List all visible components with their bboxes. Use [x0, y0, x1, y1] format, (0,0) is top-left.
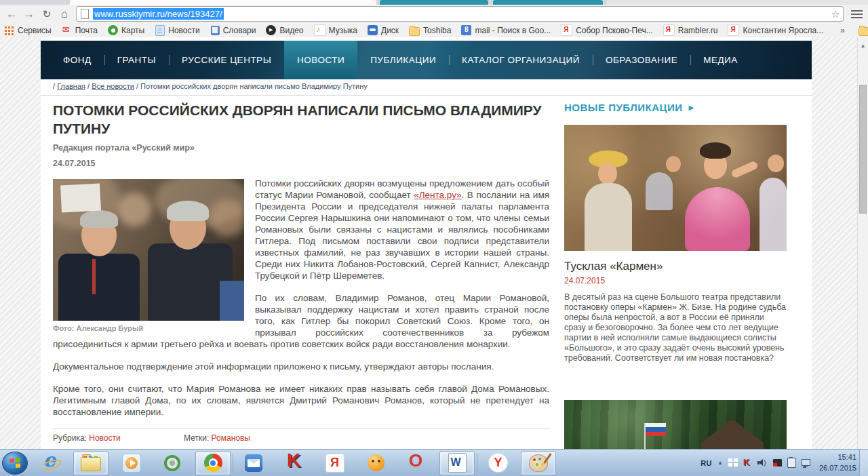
tray-flag-icon[interactable]: [728, 458, 738, 467]
bookmark-item[interactable]: Видео: [266, 25, 303, 35]
breadcrumb-home-link[interactable]: Главная: [57, 82, 85, 90]
address-bar[interactable]: www.russkiymir.ru/news/193427/ ☆: [76, 6, 844, 22]
opera-icon: [408, 454, 425, 473]
show-desktop-button[interactable]: [859, 450, 868, 476]
lenta-link[interactable]: «Лента.ру»: [414, 190, 461, 200]
bookmark-item[interactable]: Собор Псково-Печ...: [561, 24, 653, 36]
browser-toolbar: ← → ↻ ⌂ www.russkiymir.ru/news/193427/ ☆: [0, 5, 868, 23]
article-paragraph: Документальное подтверждение этой информ…: [53, 361, 549, 372]
nav-item[interactable]: КАТАЛОГ ОРГАНИЗАЦИЙ: [449, 41, 593, 79]
mail-icon: [62, 25, 72, 35]
scrollbar-thumb[interactable]: [859, 85, 867, 214]
nav-item[interactable]: ФОНД: [50, 41, 104, 79]
volume-icon[interactable]: ): [757, 458, 768, 467]
bookmarks-overflow-chevron[interactable]: »: [840, 26, 845, 35]
video-icon: [266, 25, 276, 35]
sidebar-image-carmen[interactable]: [564, 125, 787, 251]
app-tray-icon[interactable]: [773, 459, 782, 467]
bookmark-item[interactable]: Rambler.ru: [663, 24, 718, 36]
recorder-icon: [164, 455, 180, 471]
browser-tabstrip: [0, 0, 868, 5]
taskbar-button[interactable]: [277, 451, 312, 475]
yandex-browser-icon: [488, 453, 508, 473]
breadcrumb: / Главная / Все новости / Потомки россий…: [53, 82, 800, 91]
bookmark-label: Словари: [223, 26, 256, 35]
taskbar-button[interactable]: [480, 451, 515, 475]
tag-link[interactable]: Романовы: [212, 433, 250, 443]
sidebar-image-forest[interactable]: [564, 400, 787, 449]
bookmark-item[interactable]: Диск: [368, 25, 399, 35]
breadcrumb-allnews-link[interactable]: Все новости: [92, 82, 134, 90]
clock[interactable]: 15:41 26.07.2015: [819, 452, 856, 473]
start-button[interactable]: [2, 452, 28, 475]
sidebar-article-title[interactable]: Тусклая «Кармен»: [564, 260, 787, 273]
bookmark-label: Карты: [121, 26, 144, 35]
divider: [41, 95, 812, 96]
nav-item[interactable]: МЕДИА: [690, 41, 751, 79]
scrollbar[interactable]: ▲: [857, 37, 868, 449]
clipboard-tray-icon[interactable]: [787, 458, 796, 468]
taskbar-button[interactable]: [317, 451, 353, 475]
other-bookmarks-button[interactable]: Другие закладки: [859, 25, 868, 36]
url-text[interactable]: www.russkiymir.ru/news/193427/: [93, 8, 224, 20]
taskbar-button[interactable]: [33, 451, 68, 475]
tray-expand-icon[interactable]: ▲: [717, 460, 723, 466]
ie-icon: [41, 454, 60, 473]
nav-item[interactable]: ГРАНТЫ: [104, 41, 169, 79]
rubric-link[interactable]: Новости: [89, 433, 120, 443]
taskbar-button[interactable]: [195, 451, 231, 475]
bookmark-item[interactable]: Почта: [62, 25, 98, 35]
bookmark-label: Видео: [279, 26, 303, 35]
taskbar-button[interactable]: [358, 451, 393, 475]
network-tray-icon[interactable]: [802, 458, 811, 467]
bookmark-label: Диск: [381, 26, 399, 35]
bookmark-item[interactable]: Карты: [108, 25, 144, 35]
sidebar-heading[interactable]: НОВЫЕ ПУБЛИКАЦИИ: [564, 102, 683, 113]
yandex-icon: [663, 24, 675, 36]
sidebar-article-date: 24.07.2015: [564, 276, 787, 285]
browser-tab[interactable]: [493, 0, 603, 5]
bookmark-item[interactable]: Toshiba: [409, 25, 451, 36]
menu-icon[interactable]: [850, 8, 864, 20]
bookmark-item[interactable]: Словари: [210, 26, 256, 35]
bookmark-item[interactable]: Музыка: [314, 24, 357, 36]
apps-grid-icon: [4, 25, 14, 35]
bookmark-star-icon[interactable]: ☆: [831, 7, 840, 21]
kaspersky-tray-icon[interactable]: [743, 458, 752, 467]
browser-tab-active[interactable]: [70, 0, 376, 5]
taskbar-button[interactable]: [155, 451, 190, 475]
nav-item[interactable]: РУССКИЕ ЦЕНТРЫ: [169, 41, 284, 79]
wmp-icon: [122, 454, 141, 473]
main-navigation: ФОНДГРАНТЫРУССКИЕ ЦЕНТРЫНОВОСТИПУБЛИКАЦИ…: [41, 41, 812, 79]
language-indicator[interactable]: RU: [701, 459, 712, 467]
taskbar-button[interactable]: [399, 451, 434, 475]
bookmark-item[interactable]: Новости: [155, 25, 199, 36]
bookmark-item[interactable]: mail - Поиск в Goo...: [461, 25, 551, 35]
taskbar-button[interactable]: [114, 451, 149, 475]
taskbar-button[interactable]: [521, 451, 556, 475]
browser-tab[interactable]: [380, 0, 488, 5]
taskbar-button[interactable]: [73, 451, 108, 475]
bookmark-label: Музыка: [329, 26, 357, 35]
back-icon[interactable]: ←: [3, 5, 20, 23]
nav-item[interactable]: НОВОСТИ: [284, 41, 357, 79]
yandex-app-icon: [326, 454, 344, 473]
bookmark-label: Собор Псково-Печ...: [576, 26, 653, 35]
scrollbar-up-icon[interactable]: ▲: [858, 43, 868, 49]
article-byline: Редакция портала «Русский мир»: [53, 143, 549, 153]
forward-icon[interactable]: →: [20, 5, 38, 23]
google-icon: [461, 25, 471, 35]
taskbar-button[interactable]: [236, 451, 271, 475]
word-icon: [448, 453, 467, 473]
home-icon[interactable]: ⌂: [56, 5, 73, 23]
nav-item[interactable]: ПУБЛИКАЦИИ: [357, 41, 449, 79]
bookmark-label: Константин Яросла...: [743, 26, 823, 35]
mail-app-icon: [245, 454, 262, 472]
bookmark-item[interactable]: Сервисы: [4, 25, 52, 35]
nav-item[interactable]: ОБРАЗОВАНИЕ: [593, 41, 690, 79]
page-icon: [81, 9, 89, 19]
bookmark-item[interactable]: Константин Яросла...: [728, 24, 823, 36]
taskbar-buttons: [30, 451, 559, 475]
reload-icon[interactable]: ↻: [38, 5, 56, 23]
taskbar-button[interactable]: [439, 451, 475, 475]
